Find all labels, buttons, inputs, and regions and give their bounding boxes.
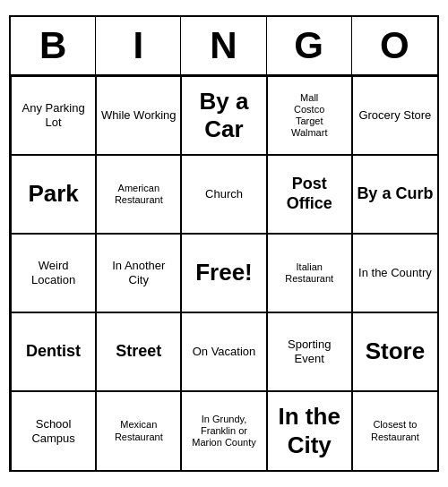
bingo-cell: Italian Restaurant <box>267 234 352 312</box>
cell-text: School Campus <box>15 417 91 445</box>
cell-text: By a Car <box>185 88 262 143</box>
bingo-cell: Church <box>181 155 266 234</box>
bingo-cell: In Another City <box>96 234 181 312</box>
bingo-cell: In the City <box>267 391 352 470</box>
cell-text: American Restaurant <box>100 183 177 206</box>
cell-text: In the Country <box>358 266 432 280</box>
bingo-cell: Park <box>11 155 96 234</box>
bingo-cell: Dentist <box>11 312 96 391</box>
bingo-cell: Closest to Restaurant <box>352 391 437 470</box>
cell-text: Park <box>28 180 78 208</box>
header-letter: O <box>352 17 437 74</box>
cell-text: While Working <box>101 108 177 123</box>
header-letter: G <box>267 17 352 74</box>
bingo-cell: Street <box>96 312 181 391</box>
cell-text: Post Office <box>271 175 348 213</box>
bingo-cell: In the Country <box>352 234 437 312</box>
header-letter: I <box>96 17 181 74</box>
bingo-header: BINGO <box>11 17 437 76</box>
bingo-cell: Store <box>352 312 437 391</box>
cell-text: Closest to Restaurant <box>357 419 434 442</box>
cell-text: Italian Restaurant <box>271 261 348 285</box>
bingo-cell: On Vacation <box>181 312 266 391</box>
bingo-grid: Any Parking LotWhile WorkingBy a CarMall… <box>11 76 437 470</box>
bingo-cell: While Working <box>96 76 181 155</box>
cell-text: On Vacation <box>193 345 256 359</box>
bingo-cell: Weird Location <box>11 234 96 312</box>
bingo-cell: Post Office <box>267 155 352 234</box>
bingo-cell: Sporting Event <box>267 312 352 391</box>
cell-text: By a Curb <box>357 184 433 204</box>
header-letter: N <box>181 17 266 74</box>
bingo-cell: Grocery Store <box>352 76 437 155</box>
cell-text: Store <box>366 337 425 365</box>
cell-text: Weird Location <box>15 259 91 286</box>
cell-text: Sporting Event <box>271 337 348 365</box>
bingo-cell: In Grundy, Franklin or Marion County <box>181 391 266 470</box>
bingo-cell: By a Curb <box>352 155 437 234</box>
bingo-cell: Mexican Restaurant <box>96 391 181 470</box>
bingo-cell: American Restaurant <box>96 155 181 234</box>
cell-text: Church <box>205 187 243 201</box>
bingo-cell: School Campus <box>11 391 96 470</box>
bingo-card: BINGO Any Parking LotWhile WorkingBy a C… <box>9 15 439 472</box>
cell-text: Mexican Restaurant <box>100 419 177 442</box>
cell-text: Free! <box>195 259 253 286</box>
bingo-cell: Free! <box>181 234 266 312</box>
cell-text: Street <box>116 342 161 362</box>
bingo-cell: Any Parking Lot <box>11 76 96 155</box>
header-letter: B <box>11 17 96 74</box>
bingo-cell: By a Car <box>181 76 266 155</box>
cell-text: In Another City <box>100 259 177 286</box>
cell-text: Dentist <box>26 342 81 362</box>
bingo-cell: MallCostcoTargetWalmart <box>267 76 352 155</box>
cell-text: Grocery Store <box>358 108 431 123</box>
cell-text: In the City <box>271 403 348 458</box>
cell-text: Any Parking Lot <box>15 101 91 129</box>
cell-text: MallCostcoTargetWalmart <box>291 92 328 140</box>
cell-text: In Grundy, Franklin or Marion County <box>185 414 262 449</box>
